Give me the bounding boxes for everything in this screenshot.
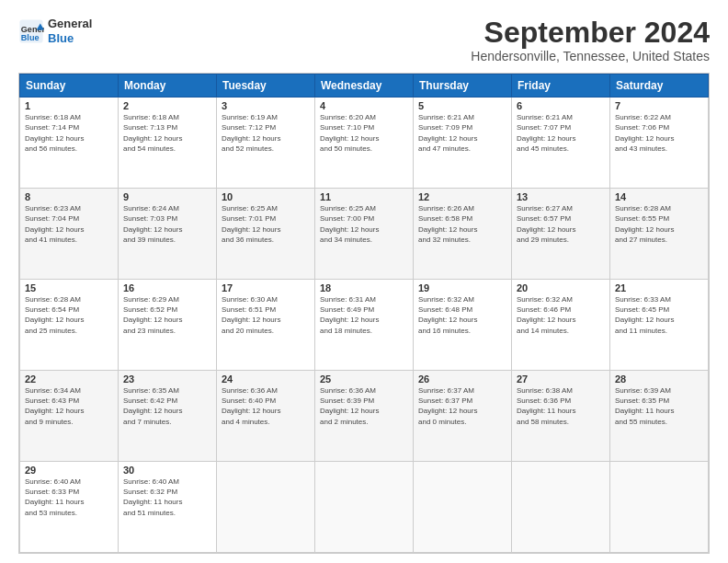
logo: General Blue General Blue [18,17,92,45]
day-info: Sunrise: 6:32 AM Sunset: 6:48 PM Dayligh… [418,294,506,336]
day-number: 14 [615,191,703,202]
calendar-table: SundayMondayTuesdayWednesdayThursdayFrid… [19,74,709,553]
day-number: 21 [615,282,703,293]
calendar-cell: 4Sunrise: 6:20 AM Sunset: 7:10 PM Daylig… [315,98,414,189]
calendar-cell: 7Sunrise: 6:22 AM Sunset: 7:06 PM Daylig… [610,98,709,189]
calendar-cell: 5Sunrise: 6:21 AM Sunset: 7:09 PM Daylig… [414,98,512,189]
day-info: Sunrise: 6:18 AM Sunset: 7:13 PM Dayligh… [123,112,211,154]
day-number: 29 [25,465,113,476]
calendar-cell: 10Sunrise: 6:25 AM Sunset: 7:01 PM Dayli… [217,189,315,280]
day-number: 16 [123,282,211,293]
calendar-cell: 12Sunrise: 6:26 AM Sunset: 6:58 PM Dayli… [414,189,512,280]
calendar-cell: 29Sunrise: 6:40 AM Sunset: 6:33 PM Dayli… [20,462,119,553]
day-number: 11 [320,191,408,202]
day-info: Sunrise: 6:28 AM Sunset: 6:55 PM Dayligh… [615,203,703,245]
calendar-header: SundayMondayTuesdayWednesdayThursdayFrid… [20,75,709,98]
day-info: Sunrise: 6:38 AM Sunset: 6:36 PM Dayligh… [517,385,605,427]
calendar-cell: 25Sunrise: 6:36 AM Sunset: 6:39 PM Dayli… [315,371,414,462]
logo-text-blue: Blue [48,31,92,46]
day-number: 18 [320,282,408,293]
day-number: 9 [123,191,211,202]
calendar-cell: 1Sunrise: 6:18 AM Sunset: 7:14 PM Daylig… [20,98,119,189]
calendar-cell [315,462,414,553]
day-info: Sunrise: 6:31 AM Sunset: 6:49 PM Dayligh… [320,294,408,336]
day-number: 26 [418,373,506,385]
day-number: 17 [222,282,310,293]
day-info: Sunrise: 6:33 AM Sunset: 6:45 PM Dayligh… [615,294,703,336]
day-info: Sunrise: 6:36 AM Sunset: 6:39 PM Dayligh… [320,385,408,427]
day-info: Sunrise: 6:34 AM Sunset: 6:43 PM Dayligh… [25,385,113,427]
day-info: Sunrise: 6:18 AM Sunset: 7:14 PM Dayligh… [25,112,113,154]
calendar-cell: 2Sunrise: 6:18 AM Sunset: 7:13 PM Daylig… [119,98,217,189]
day-number: 22 [25,373,113,385]
day-number: 19 [418,282,506,293]
day-number: 20 [517,282,605,293]
calendar-cell: 14Sunrise: 6:28 AM Sunset: 6:55 PM Dayli… [610,189,709,280]
day-number: 24 [222,373,310,385]
day-info: Sunrise: 6:23 AM Sunset: 7:04 PM Dayligh… [25,203,113,245]
title-block: September 2024 Hendersonville, Tennessee… [471,17,710,63]
logo-text-general: General [48,17,92,31]
page: General Blue General Blue September 2024… [0,0,728,563]
day-info: Sunrise: 6:21 AM Sunset: 7:09 PM Dayligh… [418,112,506,154]
calendar-week-row: 8Sunrise: 6:23 AM Sunset: 7:04 PM Daylig… [20,189,709,280]
calendar: SundayMondayTuesdayWednesdayThursdayFrid… [18,73,710,554]
calendar-cell: 18Sunrise: 6:31 AM Sunset: 6:49 PM Dayli… [315,280,414,371]
weekday-header-wednesday: Wednesday [315,75,414,98]
day-info: Sunrise: 6:25 AM Sunset: 7:00 PM Dayligh… [320,203,408,245]
day-number: 4 [320,100,408,111]
day-number: 1 [25,100,113,111]
calendar-cell: 24Sunrise: 6:36 AM Sunset: 6:40 PM Dayli… [217,371,315,462]
calendar-cell [610,462,709,553]
day-number: 15 [25,282,113,293]
calendar-cell: 8Sunrise: 6:23 AM Sunset: 7:04 PM Daylig… [20,189,119,280]
day-info: Sunrise: 6:24 AM Sunset: 7:03 PM Dayligh… [123,203,211,245]
weekday-header-monday: Monday [119,75,217,98]
calendar-cell: 27Sunrise: 6:38 AM Sunset: 6:36 PM Dayli… [512,371,610,462]
calendar-cell: 22Sunrise: 6:34 AM Sunset: 6:43 PM Dayli… [20,371,119,462]
main-title: September 2024 [471,17,710,49]
day-info: Sunrise: 6:28 AM Sunset: 6:54 PM Dayligh… [25,294,113,336]
calendar-cell [414,462,512,553]
calendar-cell: 3Sunrise: 6:19 AM Sunset: 7:12 PM Daylig… [217,98,315,189]
day-info: Sunrise: 6:32 AM Sunset: 6:46 PM Dayligh… [517,294,605,336]
day-info: Sunrise: 6:40 AM Sunset: 6:32 PM Dayligh… [123,477,211,518]
calendar-cell: 26Sunrise: 6:37 AM Sunset: 6:37 PM Dayli… [414,371,512,462]
calendar-body: 1Sunrise: 6:18 AM Sunset: 7:14 PM Daylig… [20,98,709,553]
calendar-cell: 30Sunrise: 6:40 AM Sunset: 6:32 PM Dayli… [119,462,217,553]
weekday-header-sunday: Sunday [20,75,119,98]
calendar-cell: 28Sunrise: 6:39 AM Sunset: 6:35 PM Dayli… [610,371,709,462]
day-number: 7 [615,100,703,111]
calendar-cell: 21Sunrise: 6:33 AM Sunset: 6:45 PM Dayli… [610,280,709,371]
day-number: 6 [517,100,605,111]
day-number: 13 [517,191,605,202]
day-info: Sunrise: 6:19 AM Sunset: 7:12 PM Dayligh… [222,112,310,154]
day-number: 5 [418,100,506,111]
calendar-cell [217,462,315,553]
calendar-cell: 6Sunrise: 6:21 AM Sunset: 7:07 PM Daylig… [512,98,610,189]
calendar-cell: 17Sunrise: 6:30 AM Sunset: 6:51 PM Dayli… [217,280,315,371]
calendar-cell: 23Sunrise: 6:35 AM Sunset: 6:42 PM Dayli… [119,371,217,462]
calendar-week-row: 15Sunrise: 6:28 AM Sunset: 6:54 PM Dayli… [20,280,709,371]
day-number: 27 [517,373,605,385]
day-number: 3 [222,100,310,111]
day-number: 28 [615,373,703,385]
weekday-header-tuesday: Tuesday [217,75,315,98]
day-info: Sunrise: 6:37 AM Sunset: 6:37 PM Dayligh… [418,385,506,427]
day-info: Sunrise: 6:22 AM Sunset: 7:06 PM Dayligh… [615,112,703,154]
calendar-cell: 13Sunrise: 6:27 AM Sunset: 6:57 PM Dayli… [512,189,610,280]
day-info: Sunrise: 6:27 AM Sunset: 6:57 PM Dayligh… [517,203,605,245]
calendar-cell: 15Sunrise: 6:28 AM Sunset: 6:54 PM Dayli… [20,280,119,371]
day-info: Sunrise: 6:26 AM Sunset: 6:58 PM Dayligh… [418,203,506,245]
day-info: Sunrise: 6:29 AM Sunset: 6:52 PM Dayligh… [123,294,211,336]
day-number: 30 [123,465,211,476]
calendar-cell: 19Sunrise: 6:32 AM Sunset: 6:48 PM Dayli… [414,280,512,371]
day-info: Sunrise: 6:21 AM Sunset: 7:07 PM Dayligh… [517,112,605,154]
calendar-week-row: 29Sunrise: 6:40 AM Sunset: 6:33 PM Dayli… [20,462,709,553]
day-info: Sunrise: 6:36 AM Sunset: 6:40 PM Dayligh… [222,385,310,427]
day-info: Sunrise: 6:35 AM Sunset: 6:42 PM Dayligh… [123,385,211,427]
day-number: 25 [320,373,408,385]
day-info: Sunrise: 6:30 AM Sunset: 6:51 PM Dayligh… [222,294,310,336]
weekday-header-friday: Friday [512,75,610,98]
day-number: 10 [222,191,310,202]
